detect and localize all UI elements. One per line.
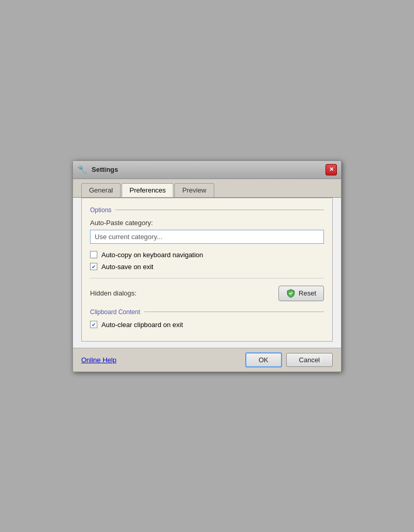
auto-paste-label: Auto-Paste category:: [90, 219, 324, 227]
auto-clear-row: Auto-clear clipboard on exit: [90, 321, 324, 329]
window-title: Settings: [92, 166, 321, 173]
section-divider: [90, 278, 324, 278]
shield-icon: [286, 289, 295, 298]
hidden-dialogs-row: Hidden dialogs: Reset: [90, 286, 324, 301]
auto-copy-label: Auto-copy on keyboard navigation: [101, 251, 203, 259]
window-icon: 🔧: [77, 165, 87, 175]
auto-save-row: Auto-save on exit: [90, 263, 324, 271]
auto-clear-label: Auto-clear clipboard on exit: [101, 321, 183, 329]
auto-clear-checkbox[interactable]: [90, 321, 97, 328]
auto-paste-input[interactable]: [90, 230, 324, 244]
online-help-link[interactable]: Online Help: [81, 356, 241, 364]
clipboard-section-label: Clipboard Content: [90, 308, 324, 316]
tab-general[interactable]: General: [81, 183, 121, 197]
auto-save-label: Auto-save on exit: [101, 263, 153, 271]
options-section-label: Options: [90, 206, 324, 214]
ok-button[interactable]: OK: [245, 352, 282, 367]
auto-copy-row: Auto-copy on keyboard navigation: [90, 251, 324, 259]
cancel-button[interactable]: Cancel: [286, 353, 333, 367]
title-bar: 🔧 Settings ✕: [73, 161, 341, 179]
tabs-bar: General Preferences Preview: [73, 179, 341, 198]
reset-button[interactable]: Reset: [278, 286, 324, 301]
auto-save-checkbox[interactable]: [90, 263, 97, 270]
tab-preferences[interactable]: Preferences: [122, 183, 173, 197]
auto-copy-checkbox[interactable]: [90, 251, 97, 258]
preferences-content: Options Auto-Paste category: Auto-copy o…: [81, 198, 333, 342]
tab-preview[interactable]: Preview: [174, 183, 214, 197]
close-button[interactable]: ✕: [326, 164, 337, 175]
settings-window: 🔧 Settings ✕ General Preferences Preview…: [72, 160, 342, 372]
reset-button-label: Reset: [299, 289, 316, 297]
hidden-dialogs-label: Hidden dialogs:: [90, 289, 137, 297]
footer: Online Help OK Cancel: [73, 348, 341, 372]
